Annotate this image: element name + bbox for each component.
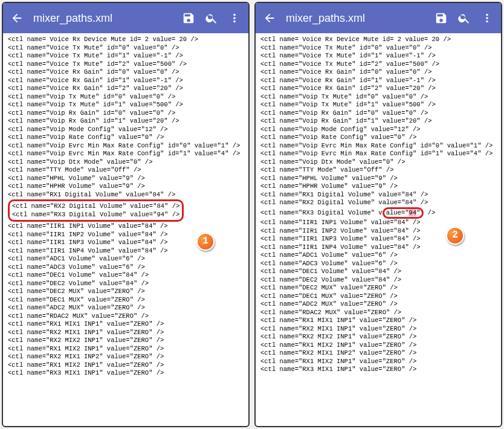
code-line: <ctl name="Voip Tx Mute" id="0" value="0… — [260, 93, 496, 102]
code-line: <ctl name="RX1 MIX2 INP1" value="ZERO" /… — [260, 341, 496, 350]
code-line: <ctl name="ADC1 Volume" value="6" /> — [260, 251, 496, 260]
code-line: <ctl name="ADC2 MUX" value="ZERO" /> — [8, 304, 244, 312]
file-title: mixer_paths.xml — [33, 12, 172, 25]
code-line: <ctl name="RX1 MIX2 INP1" value="ZERO" /… — [8, 361, 244, 370]
toolbar: mixer_paths.xml — [3, 3, 248, 33]
code-line: <ctl name="ADC1 Volume" value="6" /> — [8, 255, 244, 263]
code-line: <ctl name="Voip Rx Gain" id="1" value="2… — [260, 117, 496, 126]
code-line: <ctl name="Voip Dtx Mode" value="0" /> — [260, 158, 496, 167]
code-line: <ctl name="RX2 Digital Volume" value="84… — [12, 202, 179, 211]
code-line: <ctl name="Voice Rx Gain" id="2" value="… — [8, 85, 244, 93]
code-line: <ctl name="Voice Tx Mute" id="0" value="… — [8, 44, 244, 53]
code-line: <ctl name="Voip Tx Mute" id="1" value="5… — [260, 101, 496, 109]
search-icon[interactable] — [205, 11, 218, 25]
code-line: <ctl name="DEC2 Volume" value="84" /> — [8, 280, 244, 288]
code-line: <ctl name="Voice Tx Mute" id="1" value="… — [260, 52, 496, 60]
highlight-box-right: alue="94" — [383, 207, 424, 219]
code-line: <ctl name="Voice Tx Mute" id="0" value="… — [260, 44, 496, 53]
code-line: <ctl name="RX2 MIX1 INP2" value="ZERO" /… — [260, 349, 496, 358]
code-line: <ctl name="Voice Tx Mute" id="2" value="… — [8, 60, 244, 69]
code-line: <ctl name="RX2 Digital Volume" value="84… — [260, 199, 496, 207]
code-line: <ctl name="Voip Mode Config" value="12" … — [260, 126, 496, 134]
code-line: <ctl name="Voip Tx Mute" id="0" value="0… — [8, 93, 244, 102]
code-line: <ctl name="RX1 Digital Volume" value="84… — [260, 191, 496, 199]
code-line: <ctl name="Voice Rx Gain" id="0" value="… — [260, 68, 496, 77]
code-line: <ctl name="Voip Dtx Mode" value="0" /> — [8, 158, 244, 167]
code-line: <ctl name="DEC1 Volume" value="84" /> — [260, 268, 496, 276]
code-line: <ctl name="DEC2 Volume" value="84" /> — [260, 276, 496, 285]
code-line: <ctl name="HPHR Volume" value="9" /> — [260, 182, 496, 191]
code-line: <ctl name="ADC3 Volume" value="6" /> — [8, 263, 244, 272]
code-line: <ctl name="Voip Rx Gain" id="0" value="0… — [8, 109, 244, 118]
search-icon[interactable] — [457, 11, 471, 25]
code-line: <ctl name="DEC1 MUX" value="ZERO" /> — [8, 296, 244, 305]
code-line: <ctl name="HPHL Volume" value="9" /> — [8, 175, 244, 183]
code-line: <ctl name="Voip Tx Mute" id="1" value="5… — [8, 101, 244, 109]
code-line: <ctl name="DEC2 MUX" value="ZERO" /> — [8, 288, 244, 296]
lines-bottom: <ctl name="IIR1 INP2 Volume" value="84" … — [8, 231, 244, 378]
code-line: <ctl name="Voip Mode Config" value="12" … — [8, 126, 244, 134]
code-line: <ctl name="RX1 Digital Volume" value="84… — [8, 191, 244, 199]
code-line: <ctl name="RX1 MIX2 INP1" value="ZERO" /… — [8, 345, 244, 353]
save-icon[interactable] — [182, 11, 195, 25]
editor-content[interactable]: <ctl name= Voice Rx Device Mute id= 2 va… — [3, 33, 248, 426]
code-line: <ctl name="Voice Rx Gain" id="1" value="… — [260, 77, 496, 85]
code-line: <ctl name="Voice Rx Gain" id="0" value="… — [8, 68, 244, 77]
lines-bottom: <ctl name="IIR1 INP2 Volume" value="84" … — [260, 227, 496, 374]
code-line: <ctl name="RX3 MIX1 INP1" value="ZERO" /… — [8, 369, 244, 378]
code-line: <ctl name="RX1 MIX1 INP1" value="ZERO" /… — [8, 320, 244, 329]
back-icon[interactable] — [263, 11, 276, 25]
code-line: <ctl name="Voice Rx Gain" id="1" value="… — [8, 77, 244, 85]
code-line: <ctl name="RX2 MIX2 INP1" value="ZERO" /… — [8, 337, 244, 345]
highlight-box-left: <ctl name="RX2 Digital Volume" value="84… — [8, 199, 184, 222]
code-line: <ctl name="IIR1 INP1 Volume" value="84" … — [8, 222, 244, 231]
code-line: <ctl name="DEC1 MUX" value="ZERO" /> — [260, 292, 496, 301]
callout-badge-2: 2 — [446, 227, 464, 245]
code-line: <ctl name="TTY Mode" value="Off" /> — [8, 166, 244, 175]
code-line: <ctl name="Voip Rate Config" value="0" /… — [260, 134, 496, 142]
code-line: <ctl name="Voip Evrc Min Max Rate Config… — [8, 150, 244, 158]
phone-screen-left: mixer_paths.xml <ctl name= Voice Rx Devi… — [2, 2, 250, 427]
code-line: <ctl name="IIR1 INP4 Volume" value="84" … — [260, 244, 496, 252]
code-line: <ctl name="HPHR Volume" value="9" /> — [8, 182, 244, 191]
code-line: <ctl name="RDAC2 MUX" value="ZERO" /> — [8, 312, 244, 321]
code-line: <ctl name="RX2 MIX2 INP1" value="ZERO" /… — [260, 333, 496, 341]
code-line: <ctl name="RX1 MIX2 INP1" value="ZERO" /… — [260, 358, 496, 366]
phone-screen-right: mixer_paths.xml <ctl name= Voice Rx Devi… — [254, 2, 502, 427]
more-icon[interactable] — [480, 11, 494, 25]
code-line: <ctl name="DEC2 MUX" value="ZERO" /> — [260, 284, 496, 292]
code-line: <ctl name="Voip Evrc Min Max Rate Config… — [8, 142, 244, 150]
code-line: <ctl name= Voice Rx Device Mute id= 2 va… — [260, 36, 496, 44]
code-line: <ctl name= Voice Rx Device Mute id= 2 va… — [8, 36, 244, 44]
code-line: <ctl name="RX2 MIX1 INP1" value="ZERO" /… — [260, 325, 496, 334]
code-line: <ctl name="RX2 MIX1 INP1" value="ZERO" /… — [8, 329, 244, 337]
code-line: <ctl name="RX3 Digital Volume" value="94… — [260, 207, 496, 219]
callout-badge-1: 1 — [196, 233, 215, 251]
code-line: <ctl name="IIR1 INP1 Volume" value="84" … — [260, 219, 496, 227]
more-icon[interactable] — [228, 11, 241, 25]
code-line: <ctl name="RX2 MIX1 INP2" value="ZERO" /… — [8, 353, 244, 361]
code-line: <ctl name="TTY Mode" value="Off" /> — [260, 166, 496, 175]
code-line: <ctl name="Voip Rate Config" value="0" /… — [8, 134, 244, 142]
save-icon[interactable] — [435, 11, 448, 25]
lines-top: <ctl name= Voice Rx Device Mute id= 2 va… — [8, 36, 244, 199]
back-icon[interactable] — [10, 11, 24, 25]
code-line: <ctl name="Voip Evrc Min Max Rate Config… — [260, 150, 496, 158]
code-line: <ctl name="Voice Tx Mute" id="2" value="… — [260, 60, 496, 69]
code-line: <ctl name="Voip Rx Gain" id="0" value="0… — [260, 109, 496, 118]
code-line: <ctl name="ADC3 Volume" value="6" /> — [260, 260, 496, 268]
code-line: <ctl name="RX1 MIX1 INP1" value="ZERO" /… — [260, 317, 496, 325]
toolbar: mixer_paths.xml — [256, 3, 501, 33]
code-line: <ctl name="RX3 MIX1 INP1" value="ZERO" /… — [260, 366, 496, 374]
code-line: <ctl name="HPHL Volume" value="9" /> — [260, 175, 496, 183]
code-line: <ctl name="RX3 Digital Volume" value="94… — [12, 211, 179, 219]
editor-content[interactable]: <ctl name= Voice Rx Device Mute id= 2 va… — [256, 33, 501, 426]
code-line: <ctl name="RDAC2 MUX" value="ZERO" /> — [260, 309, 496, 317]
code-line: <ctl name="Voice Tx Mute" id="1" value="… — [8, 52, 244, 60]
file-title: mixer_paths.xml — [286, 12, 425, 25]
lines-top: <ctl name= Voice Rx Device Mute id= 2 va… — [260, 36, 496, 199]
code-line: <ctl name="Voip Rx Gain" id="1" value="2… — [8, 117, 244, 126]
selected-value: 94 — [409, 209, 416, 216]
code-line: <ctl name="Voice Rx Gain" id="2" value="… — [260, 85, 496, 93]
code-line: <ctl name="ADC2 MUX" value="ZERO" /> — [260, 300, 496, 309]
